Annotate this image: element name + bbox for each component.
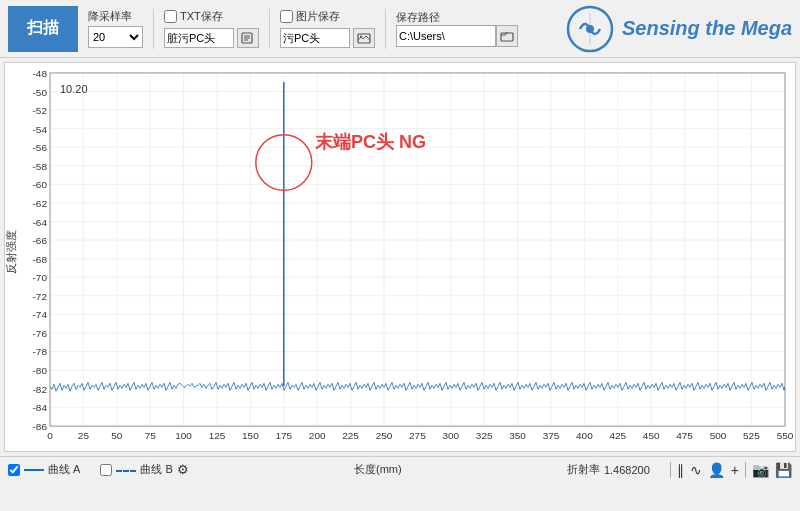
- txt-filename-input[interactable]: [164, 28, 234, 48]
- svg-text:250: 250: [376, 430, 393, 441]
- svg-text:-54: -54: [33, 124, 48, 135]
- path-row: [396, 25, 518, 47]
- svg-text:475: 475: [676, 430, 693, 441]
- svg-text:200: 200: [309, 430, 326, 441]
- curve-a-group: 曲线 A: [8, 462, 80, 477]
- path-input[interactable]: [396, 25, 496, 47]
- right-icons: ∥ ∿ 👤 + 📷 💾: [670, 462, 792, 478]
- svg-rect-6: [501, 33, 513, 41]
- curve-a-line: [24, 469, 44, 471]
- divider-v1: [670, 462, 671, 478]
- txt-save-checkbox[interactable]: [164, 10, 177, 23]
- svg-text:150: 150: [242, 430, 259, 441]
- curve-a-checkbox[interactable]: [8, 464, 20, 476]
- img-file-row: [280, 28, 375, 48]
- length-label: 长度(mm): [209, 462, 547, 477]
- img-filename-input[interactable]: [280, 28, 350, 48]
- svg-text:375: 375: [543, 430, 560, 441]
- img-save-label: 图片保存: [296, 9, 340, 24]
- svg-text:-60: -60: [33, 179, 48, 190]
- svg-text:450: 450: [643, 430, 660, 441]
- svg-text:-58: -58: [33, 161, 48, 172]
- person-icon[interactable]: 👤: [708, 462, 725, 478]
- svg-text:325: 325: [476, 430, 493, 441]
- svg-text:-70: -70: [33, 272, 48, 283]
- divider-v2: [745, 462, 746, 478]
- svg-text:500: 500: [710, 430, 727, 441]
- curve-a-label: 曲线 A: [48, 462, 80, 477]
- txt-file-row: [164, 28, 259, 48]
- svg-text:425: 425: [609, 430, 626, 441]
- path-group: 保存路径: [396, 10, 518, 47]
- svg-text:-76: -76: [33, 328, 48, 339]
- svg-text:-68: -68: [33, 254, 48, 265]
- svg-text:225: 225: [342, 430, 359, 441]
- svg-text:0: 0: [47, 430, 53, 441]
- refraction-label: 折射率: [567, 462, 600, 477]
- svg-text:100: 100: [175, 430, 192, 441]
- svg-text:400: 400: [576, 430, 593, 441]
- svg-text:125: 125: [209, 430, 226, 441]
- refraction-value: 1.468200: [604, 464, 650, 476]
- svg-text:-56: -56: [33, 142, 48, 153]
- refraction-group: 折射率 1.468200: [567, 462, 650, 477]
- downsample-label: 降采样率: [88, 9, 132, 24]
- pause-icon[interactable]: ∥: [677, 462, 684, 478]
- svg-text:-84: -84: [33, 402, 48, 413]
- curve-b-group: 曲线 B ⚙: [100, 462, 188, 477]
- txt-save-label: TXT保存: [180, 9, 223, 24]
- divider: [153, 9, 154, 49]
- svg-text:-52: -52: [33, 105, 48, 116]
- svg-text:-62: -62: [33, 198, 48, 209]
- path-label: 保存路径: [396, 10, 518, 25]
- svg-text:-66: -66: [33, 235, 48, 246]
- chart-svg: -48 -50 -52 -54 -56 -58 -60 -62 -64 -66 …: [5, 63, 795, 451]
- txt-file-button[interactable]: [237, 28, 259, 48]
- txt-save-group: TXT保存: [164, 9, 259, 48]
- chart-container: -48 -50 -52 -54 -56 -58 -60 -62 -64 -66 …: [4, 62, 796, 452]
- curve-b-label: 曲线 B: [140, 462, 172, 477]
- curve-b-checkbox[interactable]: [100, 464, 112, 476]
- divider3: [385, 9, 386, 49]
- statusbar: 曲线 A 曲线 B ⚙ 长度(mm) 折射率 1.468200 ∥ ∿ 👤 + …: [0, 456, 800, 482]
- svg-text:-64: -64: [33, 217, 48, 228]
- value-label: 10.20: [60, 83, 88, 95]
- img-file-button[interactable]: [353, 28, 375, 48]
- svg-text:275: 275: [409, 430, 426, 441]
- img-save-checkbox[interactable]: [280, 10, 293, 23]
- svg-text:-72: -72: [33, 291, 48, 302]
- waveform-icon[interactable]: ∿: [690, 462, 702, 478]
- downsample-select[interactable]: 20 10 5: [88, 26, 143, 48]
- svg-text:25: 25: [78, 430, 90, 441]
- svg-text:175: 175: [275, 430, 292, 441]
- logo-area: Sensing the Mega: [566, 5, 792, 53]
- svg-text:-86: -86: [33, 421, 48, 432]
- logo-icon: [566, 5, 614, 53]
- svg-text:300: 300: [442, 430, 459, 441]
- svg-text:-74: -74: [33, 309, 48, 320]
- svg-text:-80: -80: [33, 365, 48, 376]
- svg-text:-50: -50: [33, 87, 48, 98]
- svg-text:525: 525: [743, 430, 760, 441]
- toolbar: 扫描 降采样率 20 10 5 TXT保存 图片保存: [0, 0, 800, 58]
- curve-settings-icon[interactable]: ⚙: [177, 462, 189, 477]
- svg-text:75: 75: [145, 430, 157, 441]
- save-icon[interactable]: 💾: [775, 462, 792, 478]
- svg-text:50: 50: [111, 430, 123, 441]
- svg-rect-10: [5, 63, 795, 451]
- divider2: [269, 9, 270, 49]
- plus-icon[interactable]: +: [731, 462, 739, 478]
- img-save-group: 图片保存: [280, 9, 375, 48]
- svg-text:550: 550: [777, 430, 794, 441]
- svg-text:-48: -48: [33, 68, 48, 79]
- svg-text:-78: -78: [33, 347, 48, 358]
- camera-icon[interactable]: 📷: [752, 462, 769, 478]
- scan-button[interactable]: 扫描: [8, 6, 78, 52]
- downsample-group: 降采样率 20 10 5: [88, 9, 143, 48]
- path-browse-button[interactable]: [496, 25, 518, 47]
- svg-text:350: 350: [509, 430, 526, 441]
- chart-title: 末端PC头 NG: [314, 132, 426, 152]
- svg-point-5: [360, 36, 362, 38]
- logo-text: Sensing the Mega: [622, 17, 792, 40]
- svg-text:反射强度: 反射强度: [5, 230, 17, 274]
